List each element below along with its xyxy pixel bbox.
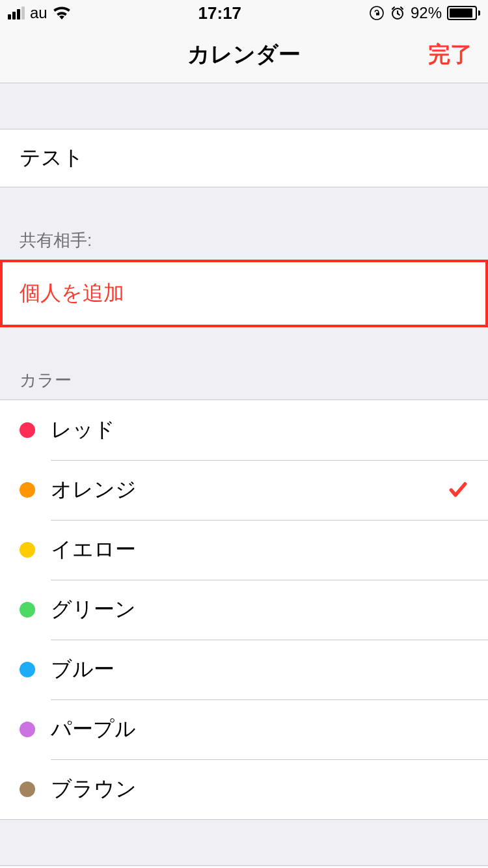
color-dot [20, 482, 35, 498]
status-left: au [8, 4, 71, 22]
color-dot [20, 722, 35, 737]
battery-icon [447, 6, 480, 20]
color-dot [20, 781, 35, 797]
wifi-icon [53, 7, 71, 20]
color-dot [20, 662, 35, 677]
add-person-button[interactable]: 個人を追加 [0, 260, 488, 327]
color-label: パープル [51, 715, 468, 744]
color-dot [20, 422, 35, 438]
color-option-orange[interactable]: オレンジ [0, 460, 488, 520]
status-bar: au 17:17 92% [0, 0, 488, 26]
status-right: 92% [369, 4, 480, 22]
color-option-brown[interactable]: ブラウン [0, 759, 488, 819]
rotation-lock-icon [369, 5, 385, 21]
nav-bar: カレンダー 完了 [0, 26, 488, 83]
color-label: オレンジ [51, 476, 448, 504]
carrier-label: au [30, 4, 47, 22]
public-calendar-row: 公開カレンダー [0, 865, 488, 868]
color-option-purple[interactable]: パープル [0, 699, 488, 759]
color-option-blue[interactable]: ブルー [0, 640, 488, 699]
color-option-yellow[interactable]: イエロー [0, 520, 488, 580]
color-label: ブラウン [51, 775, 468, 804]
share-header: 共有相手: [0, 221, 488, 260]
color-label: グリーン [51, 595, 468, 624]
alarm-icon [390, 5, 405, 21]
color-label: ブルー [51, 655, 468, 684]
color-label: イエロー [51, 536, 468, 564]
color-dot [20, 602, 35, 617]
color-list: レッド オレンジ イエロー グリーン ブルー パープル ブラウン [0, 400, 488, 820]
add-person-label: 個人を追加 [20, 281, 124, 305]
calendar-name-field[interactable]: テスト [0, 129, 488, 187]
page-title: カレンダー [187, 40, 301, 70]
color-dot [20, 542, 35, 558]
battery-percent: 92% [411, 4, 442, 22]
color-label: レッド [51, 416, 468, 444]
color-option-red[interactable]: レッド [0, 400, 488, 460]
color-option-green[interactable]: グリーン [0, 580, 488, 640]
checkmark-icon [448, 480, 468, 500]
calendar-name-value: テスト [20, 144, 84, 172]
signal-icon [8, 7, 25, 20]
done-button[interactable]: 完了 [428, 40, 472, 70]
status-time: 17:17 [198, 3, 242, 23]
color-header: カラー [0, 361, 488, 400]
